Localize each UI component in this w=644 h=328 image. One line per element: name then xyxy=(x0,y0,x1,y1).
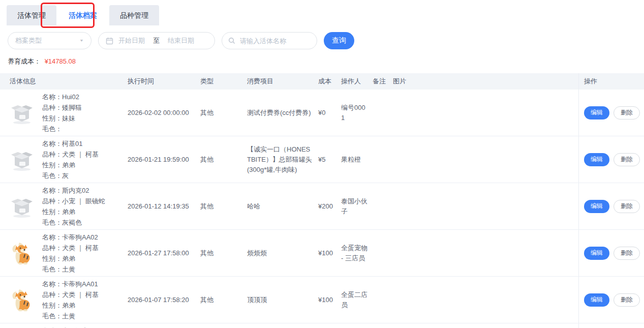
pet-gender: 性别：弟弟 xyxy=(42,206,105,217)
archive-type-placeholder: 档案类型 xyxy=(15,36,42,45)
delete-button[interactable]: 删除 xyxy=(614,200,640,213)
cost-cell: ¥5 xyxy=(318,156,341,163)
pet-breed: 品种：矮脚猫 xyxy=(42,102,82,113)
edit-button[interactable]: 编辑 xyxy=(584,106,609,120)
exec-time-cell: 2026-01-21 19:59:00 xyxy=(128,156,200,163)
date-range-picker[interactable]: 开始日期 至 结束日期 xyxy=(98,32,215,49)
archive-type-select[interactable]: 档案类型 ▼ xyxy=(8,32,91,49)
box-placeholder-icon xyxy=(10,194,34,219)
cost-cell: ¥0 xyxy=(318,109,341,116)
edit-button[interactable]: 编辑 xyxy=(584,153,609,166)
delete-button[interactable]: 删除 xyxy=(614,153,640,166)
cost-cell: ¥200 xyxy=(318,202,341,210)
calendar-icon xyxy=(106,37,113,45)
search-box xyxy=(222,32,317,49)
type-cell: 其他 xyxy=(200,108,247,117)
header-cost: 成本 xyxy=(318,77,341,86)
pet-gender: 性别：弟弟 xyxy=(42,253,99,264)
item-cell: 烦烦烦 xyxy=(247,248,318,258)
edit-button[interactable]: 编辑 xyxy=(584,247,609,260)
pet-info-text: 名称：柯基01 品种：犬类 ｜ 柯基 性别：弟弟 毛色：灰 xyxy=(42,138,99,181)
header-item: 消费项目 xyxy=(247,76,318,86)
type-cell: 其他 xyxy=(200,249,247,258)
pet-breed: 品种：犬类 ｜ 柯基 xyxy=(42,243,99,253)
tab-live-archive[interactable]: 活体档案 xyxy=(58,5,108,25)
pet-breed: 品种：犬类 ｜ 柯基 xyxy=(42,289,99,300)
pet-gender: 性别：弟弟 xyxy=(42,160,99,170)
box-placeholder-icon xyxy=(10,147,34,172)
delete-button[interactable]: 删除 xyxy=(614,247,640,260)
edit-button[interactable]: 编辑 xyxy=(584,293,609,307)
query-button[interactable]: 查询 xyxy=(324,32,354,49)
filter-bar: 档案类型 ▼ 开始日期 至 结束日期 查询 xyxy=(8,32,644,49)
tab-breed-management[interactable]: 品种管理 xyxy=(109,5,159,25)
cost-cell: ¥100 xyxy=(318,296,341,304)
tab-bar: 活体管理 活体档案 品种管理 xyxy=(0,0,644,25)
action-cell: 编辑 删除 xyxy=(578,136,644,183)
end-date-input[interactable]: 结束日期 xyxy=(168,36,194,45)
item-cell: 哈哈 xyxy=(247,201,318,212)
table-row: 名称：卡蒂狗AA01 品种：犬类 ｜ 柯基 性别：弟弟 毛色：土黄 2026-0… xyxy=(0,277,644,323)
pet-avatar xyxy=(10,288,34,312)
live-info-cell: 名称：柯基01 品种：犬类 ｜ 柯基 性别：弟弟 毛色：灰 xyxy=(0,138,128,181)
edit-button[interactable]: 编辑 xyxy=(584,200,609,213)
raising-cost-value: ¥14785.08 xyxy=(45,57,76,65)
page: 活体管理 活体档案 品种管理 档案类型 ▼ 开始日期 至 结束日期 查询 养育成… xyxy=(0,0,644,328)
pet-name: 名称：柯基01 xyxy=(42,138,99,149)
chevron-down-icon: ▼ xyxy=(79,39,84,43)
pet-name: 名称：卡蒂狗AA02 xyxy=(42,232,99,243)
table-header: 活体信息 执行时间 类型 消费项目 成本 操作人 备注 图片 操作 xyxy=(0,73,644,90)
pet-avatar xyxy=(10,101,34,125)
table-row: 名称：柯基01 品种：犬类 ｜ 柯基 性别：弟弟 毛色：灰 2026-01-21… xyxy=(0,136,644,183)
raising-cost-summary: 养育成本： ¥14785.08 xyxy=(8,57,644,66)
table-row: 名称：斯内克02 品种：小宠 ｜ 眼镜蛇 性别：弟弟 毛色：灰褐色 2026-0… xyxy=(0,183,644,230)
pet-color: 毛色：灰褐色 xyxy=(42,217,105,228)
live-info-cell: 名称：太阳银布01 品种： 性别： 毛色： xyxy=(0,325,128,328)
raising-cost-label: 养育成本： xyxy=(8,57,41,65)
table-row: 名称：Hui02 品种：矮脚猫 性别：妹妹 毛色： 2026-02-02 00:… xyxy=(0,90,644,136)
header-image: 图片 xyxy=(393,77,578,86)
type-cell: 其他 xyxy=(200,202,247,211)
delete-button[interactable]: 删除 xyxy=(614,106,640,120)
table-body: 名称：Hui02 品种：矮脚猫 性别：妹妹 毛色： 2026-02-02 00:… xyxy=(0,90,644,328)
action-cell: 编辑 删除 xyxy=(578,183,644,229)
pet-avatar xyxy=(10,241,34,265)
pet-color: 毛色： xyxy=(42,124,82,134)
action-cell: 编辑 删除 xyxy=(578,277,644,323)
tab-live-management[interactable]: 活体管理 xyxy=(7,5,56,25)
item-cell: 测试付费券(cc付费券) xyxy=(247,108,318,118)
pet-info-text: 名称：卡蒂狗AA01 品种：犬类 ｜ 柯基 性别：弟弟 毛色：土黄 xyxy=(42,279,99,321)
header-remark: 备注 xyxy=(373,77,393,86)
table-row: 名称：卡蒂狗AA02 品种：犬类 ｜ 柯基 性别：弟弟 毛色：土黄 2026-0… xyxy=(0,230,644,277)
header-type: 类型 xyxy=(200,77,247,86)
action-cell: 编辑 删除 xyxy=(578,90,644,136)
exec-time-cell: 2026-01-27 17:58:00 xyxy=(128,249,200,257)
pet-avatar xyxy=(10,147,34,172)
search-input[interactable] xyxy=(239,37,305,45)
live-info-cell: 名称：卡蒂狗AA02 品种：犬类 ｜ 柯基 性别：弟弟 毛色：土黄 xyxy=(0,232,128,275)
pet-breed: 品种：犬类 ｜ 柯基 xyxy=(42,149,99,160)
pet-gender: 性别：弟弟 xyxy=(42,300,99,311)
pet-color: 毛色：土黄 xyxy=(42,264,99,275)
pet-name: 名称：卡蒂狗AA01 xyxy=(42,279,99,289)
delete-button[interactable]: 删除 xyxy=(614,293,640,307)
pet-name: 名称：Hui02 xyxy=(42,92,82,102)
type-cell: 其他 xyxy=(200,295,247,305)
pet-info-text: 名称：斯内克02 品种：小宠 ｜ 眼镜蛇 性别：弟弟 毛色：灰褐色 xyxy=(42,185,105,228)
operator-cell: 全蛋宠物 - 三店员 xyxy=(341,243,373,263)
pet-color: 毛色：土黄 xyxy=(42,311,99,321)
pet-info-text: 名称：Hui02 品种：矮脚猫 性别：妹妹 毛色： xyxy=(42,92,82,134)
box-placeholder-icon xyxy=(10,101,34,125)
action-cell: 编辑 删除 xyxy=(578,323,644,328)
pet-info-text: 名称：太阳银布01 品种： 性别： 毛色： xyxy=(42,325,96,328)
exec-time-cell: 2026-01-07 17:58:20 xyxy=(128,296,200,304)
start-date-input[interactable]: 开始日期 xyxy=(118,36,145,45)
date-separator: 至 xyxy=(153,36,160,45)
archive-table: 活体信息 执行时间 类型 消费项目 成本 操作人 备注 图片 操作 名称：Hui… xyxy=(0,73,644,328)
pet-breed: 品种：小宠 ｜ 眼镜蛇 xyxy=(42,196,105,206)
pet-name: 名称：斯内克02 xyxy=(42,185,105,196)
header-action: 操作 xyxy=(578,73,644,90)
pet-info-text: 名称：卡蒂狗AA02 品种：犬类 ｜ 柯基 性别：弟弟 毛色：土黄 xyxy=(42,232,99,275)
operator-cell: 果粒橙 xyxy=(341,155,373,165)
item-cell: 【诚实一口（HONESTBITE）】总部猫罐头(300g*罐,牛肉味) xyxy=(247,144,318,175)
